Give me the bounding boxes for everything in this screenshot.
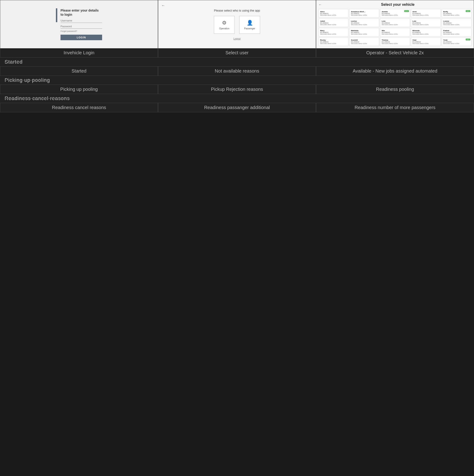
- cell-readiness-passenger-additional: ☰ Pickup Maria M. + 2 ✕ Select passenger…: [158, 103, 316, 112]
- cell-label-readiness-additional: Readiness passanger additional: [158, 103, 316, 112]
- operation-option[interactable]: ⚙ Operation: [214, 16, 235, 34]
- cell-label-readiness-cancel: Readiness cancel reasons: [0, 103, 158, 112]
- vehicle-card[interactable]: Leia ES-A56022 Mercedes-Benz v220s: [380, 18, 410, 27]
- passenger-icon: 👤: [247, 20, 253, 26]
- vehicle-card[interactable]: Rocky ES-A56022 Mercedes-Benz v220s: [319, 37, 348, 46]
- cell-readiness-pooling: ☰ Passenger is ready Please reject in ca…: [316, 85, 474, 94]
- cell-pickup-rejection: ☰ Picking up Passengers Pickup: [158, 85, 316, 94]
- forgot-password-link[interactable]: Forgot password?: [61, 30, 102, 32]
- cell-label-available-auto: Available - New jobs assigned automated: [316, 67, 474, 76]
- user-options: ⚙ Operation 👤 Passenger: [214, 16, 260, 34]
- vehicle-card[interactable]: Amadeus-Wolf... ES-A56022 Mercedes-Benz …: [349, 9, 379, 17]
- vehicle-card[interactable]: Louise ES-A56022 Mercedes-Benz v220s: [442, 18, 472, 27]
- passenger-option[interactable]: 👤 Passenger: [239, 16, 260, 34]
- logout-link[interactable]: Logout: [234, 37, 241, 40]
- password-input[interactable]: [61, 24, 102, 29]
- vehicle-card[interactable]: Scarlett ES-A56022 Mercedes-Benz v220s: [349, 37, 379, 46]
- row-label-bar-3: Readiness cancel reasons: [0, 94, 474, 103]
- cell-picking-up-pooling: ☰ Picking up Passengers 2 Passengers sho…: [0, 85, 158, 94]
- vehicle-card[interactable]: NEWYode ES-A56022 Mercedes-Benz v220s: [442, 37, 472, 46]
- row-label-bar-1: Started: [0, 58, 474, 66]
- cell-invehicle-login: Please enter your details to login Forgo…: [0, 0, 158, 58]
- main-grid: Please enter your details to login Forgo…: [0, 0, 474, 112]
- vehicle-card[interactable]: NEWBuffy ES-A56022 Mercedes-Benz v220s: [442, 9, 472, 17]
- cell-available-auto: ☰ AVAILABLE You have 21 seconds to dismi…: [316, 66, 474, 76]
- cell-readiness-number: ☰ {Customer's Name} is ready: [316, 103, 474, 112]
- passenger-label: Passenger: [244, 27, 255, 30]
- login-form: Forgot password? LOGIN: [61, 18, 102, 40]
- cell-welcome: ☰ You are available to take trips. Your …: [0, 66, 158, 76]
- row2-label: Picking up pooling: [5, 77, 50, 83]
- cell-label-readiness-pooling: Readiness pooling: [316, 85, 474, 94]
- vehicle-grid: Alice ES-A56022 Mercedes-Benz v220sAmade…: [319, 9, 472, 46]
- vehicle-card[interactable]: Mia ES-A56022 Mercedes-Benz v220s: [380, 28, 410, 36]
- vehicle-card[interactable]: Miranda ES-A56022 Mercedes-Benz v220s: [411, 28, 441, 36]
- vehicle-back-icon[interactable]: ←: [319, 3, 322, 6]
- row1-label: Started: [5, 59, 23, 65]
- vehicle-title: Select your vehicle: [324, 2, 472, 7]
- username-input[interactable]: [61, 18, 102, 23]
- vehicle-header: ← Select your vehicle: [319, 2, 472, 7]
- cell-label-welcome: Started: [0, 67, 158, 76]
- login-logo: [56, 8, 57, 22]
- login-screen: Please enter your details to login Forgo…: [0, 0, 158, 48]
- login-title: Please enter your details to login: [61, 8, 102, 17]
- row-label-bar-2: Picking up pooling: [0, 76, 474, 85]
- select-user-screen: ← Please select who is using the app ⚙ O…: [158, 0, 316, 48]
- vehicle-card[interactable]: Juliet ES-A56022 Mercedes-Benz v220s: [319, 18, 348, 27]
- cell-label-invehicle-login: Invehicle Login: [0, 48, 158, 57]
- back-icon[interactable]: ←: [161, 3, 165, 8]
- cell-label-select-user: Select user: [158, 48, 316, 57]
- login-button[interactable]: LOGIN: [61, 35, 102, 40]
- operation-label: Operation: [219, 27, 229, 30]
- vehicle-card[interactable]: NEWAmélie ES-A56022 Mercedes-Benz v220s: [380, 9, 410, 17]
- cell-select-vehicle: ← Select your vehicle Alice ES-A56022 Me…: [316, 0, 474, 58]
- vehicle-card[interactable]: Thelma ES-A56022 Mercedes-Benz v220s: [380, 37, 410, 46]
- cell-label-readiness-number: Readiness number of more passengers: [316, 103, 474, 112]
- select-vehicle-screen: ← Select your vehicle Alice ES-A56022 Me…: [316, 0, 474, 48]
- cell-label-pickup-rejection: Pickup Rejection reasons: [158, 85, 316, 94]
- vehicle-card[interactable]: Mathilda ES-A56022 Mercedes-Benz v220s: [349, 28, 379, 36]
- cell-label-not-available: Not available reasons: [158, 67, 316, 76]
- cell-not-available: ☰ 2 Passengers are added to the journey …: [158, 66, 316, 76]
- vehicle-card[interactable]: Leeloo ES-A56022 Mercedes-Benz v220s: [349, 18, 379, 27]
- vehicle-card[interactable]: Alice ES-A56022 Mercedes-Benz v220s: [319, 9, 348, 17]
- cell-select-user: ← Please select who is using the app ⚙ O…: [158, 0, 316, 58]
- vehicle-card[interactable]: Lole ES-A56022 Mercedes-Benz v220s: [411, 18, 441, 27]
- vehicle-card[interactable]: Vlad ES-A56022 Mercedes-Benz v220s: [411, 37, 441, 46]
- vehicle-card[interactable]: Mary ES-A56022 Mercedes-Benz v220s: [319, 28, 348, 36]
- cell-label-select-vehicle: Operator - Select Vehicle 2x: [316, 48, 474, 57]
- operation-icon: ⚙: [222, 20, 227, 26]
- cell-label-picking-up: Picking up pooling: [0, 85, 158, 94]
- select-user-title: Please select who is using the app: [214, 9, 260, 12]
- vehicle-card[interactable]: Padmé ES-A56022 Mercedes-Benz v220s: [442, 28, 472, 36]
- row3-label: Readiness cancel reasons: [5, 95, 70, 102]
- vehicle-card[interactable]: Ariel ES-A56022 Mercedes-Benz v220s: [411, 9, 441, 17]
- cell-readiness-cancel: ☰ {Customer's Name} is ready: [0, 103, 158, 112]
